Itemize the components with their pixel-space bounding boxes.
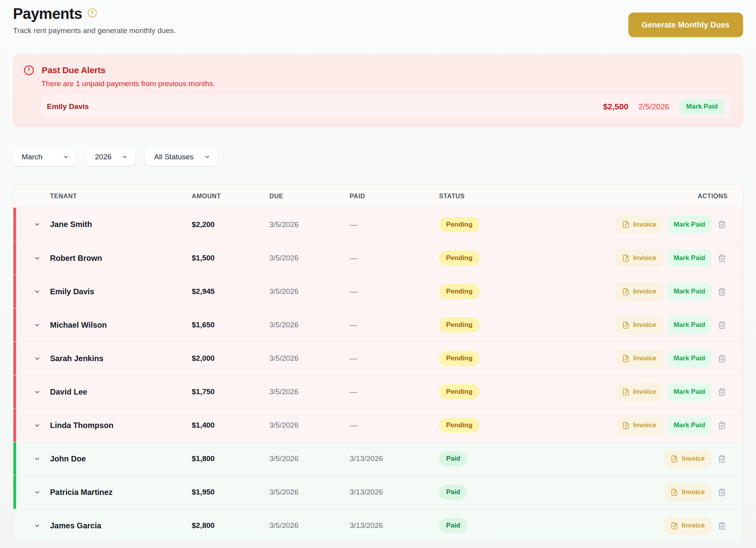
due-date: 3/5/2026 [269, 287, 350, 296]
alert-mark-paid-button[interactable]: Mark Paid [680, 99, 724, 114]
invoice-button[interactable]: Invoice [616, 316, 663, 334]
invoice-button[interactable]: Invoice [616, 283, 663, 301]
month-filter-select[interactable]: March [13, 148, 76, 166]
paid-date: — [350, 254, 439, 262]
row-expand-button[interactable] [30, 218, 44, 231]
table-row: John Doe $1,800 3/5/2026 3/13/2026 Paid … [13, 442, 743, 475]
past-due-date: 2/5/2026 [639, 102, 669, 111]
invoice-button-label: Invoice [682, 455, 705, 463]
table-row: James Garcia $2,800 3/5/2026 3/13/2026 P… [13, 509, 743, 542]
alert-title: Past Due Alerts [42, 65, 106, 76]
status-badge: Paid [439, 518, 467, 533]
delete-button[interactable] [716, 319, 728, 331]
delete-button[interactable] [716, 353, 728, 364]
actions-cell: Invoice [589, 517, 728, 535]
invoice-button[interactable]: Invoice [616, 249, 663, 267]
tenant-name: Jane Smith [50, 220, 192, 229]
mark-paid-button[interactable]: Mark Paid [668, 316, 711, 334]
row-expand-button[interactable] [30, 352, 44, 365]
status-cell: Pending [439, 384, 589, 399]
row-expand-button[interactable] [30, 285, 44, 298]
invoice-button[interactable]: Invoice [664, 450, 711, 468]
mark-paid-button[interactable]: Mark Paid [668, 417, 711, 434]
invoice-button-label: Invoice [682, 522, 705, 530]
status-cell: Pending [439, 351, 589, 366]
due-date: 3/5/2026 [269, 220, 350, 229]
tenant-name: Patricia Martinez [50, 488, 192, 497]
status-badge: Pending [439, 284, 480, 299]
row-expand-button[interactable] [30, 318, 44, 332]
invoice-button[interactable]: Invoice [664, 483, 711, 501]
row-status-stripe [13, 208, 16, 241]
chevron-down-icon [34, 355, 41, 362]
delete-button[interactable] [716, 219, 728, 230]
invoice-button[interactable]: Invoice [616, 350, 663, 367]
help-icon[interactable]: ? [88, 8, 97, 17]
chevron-down-icon [34, 456, 41, 462]
table-header-row: TENANT AMOUNT DUE PAID STATUS ACTIONS [13, 185, 743, 208]
delete-button[interactable] [716, 453, 728, 465]
payment-amount: $1,750 [192, 387, 269, 396]
chevron-down-icon [34, 522, 41, 529]
row-expand-button[interactable] [30, 485, 44, 499]
mark-paid-button[interactable]: Mark Paid [668, 350, 711, 367]
mark-paid-button[interactable]: Mark Paid [668, 283, 711, 301]
mark-paid-button[interactable]: Mark Paid [668, 383, 711, 401]
past-due-alert-panel: Past Due Alerts There are 1 unpaid payme… [13, 54, 743, 127]
mark-paid-button[interactable]: Mark Paid [668, 216, 711, 233]
delete-button[interactable] [716, 520, 728, 531]
invoice-button-label: Invoice [633, 288, 656, 295]
tenant-name: Linda Thompson [50, 421, 192, 430]
expand-cell [24, 385, 50, 399]
row-expand-button[interactable] [30, 385, 44, 399]
past-due-amount: $2,500 [603, 102, 628, 111]
tenant-name: Emily Davis [50, 287, 192, 296]
table-row: Robert Brown $1,500 3/5/2026 — Pending I… [13, 241, 743, 275]
page-header-left: Payments ? Track rent payments and gener… [13, 6, 176, 35]
delete-button[interactable] [716, 253, 728, 264]
year-filter-select[interactable]: 2026 [86, 148, 135, 166]
page-title: Payments [13, 6, 82, 22]
paid-date: 3/13/2026 [350, 488, 439, 496]
invoice-button[interactable]: Invoice [616, 417, 663, 434]
invoice-button[interactable]: Invoice [664, 517, 711, 535]
expand-cell [24, 285, 50, 298]
generate-monthly-dues-button[interactable]: Generate Monthly Dues [628, 13, 743, 37]
row-expand-button[interactable] [30, 452, 44, 465]
invoice-file-icon [622, 321, 630, 329]
tenant-name: James Garcia [50, 521, 192, 530]
column-header-amount: AMOUNT [192, 193, 269, 200]
paid-date: 3/13/2026 [350, 454, 439, 463]
paid-date: — [350, 287, 439, 296]
row-status-stripe [13, 375, 16, 408]
row-status-stripe [13, 242, 16, 275]
mark-paid-button[interactable]: Mark Paid [668, 249, 711, 267]
trash-icon [718, 455, 726, 463]
row-expand-button[interactable] [30, 419, 44, 432]
status-badge: Pending [439, 217, 480, 232]
expand-cell [24, 352, 50, 365]
actions-cell: Invoice Mark Paid [589, 283, 728, 301]
row-expand-button[interactable] [30, 251, 44, 265]
status-cell: Pending [439, 317, 589, 332]
actions-cell: Invoice Mark Paid [589, 216, 728, 233]
row-status-stripe [13, 442, 16, 475]
chevron-down-icon [34, 489, 41, 496]
trash-icon [718, 488, 726, 496]
invoice-file-icon [671, 489, 678, 496]
delete-button[interactable] [716, 420, 728, 431]
invoice-file-icon [622, 388, 630, 396]
chevron-down-icon [34, 255, 41, 262]
delete-button[interactable] [716, 386, 728, 398]
status-badge: Paid [439, 451, 467, 466]
invoice-button[interactable]: Invoice [616, 383, 663, 401]
delete-button[interactable] [716, 487, 728, 498]
row-expand-button[interactable] [30, 519, 44, 532]
invoice-button[interactable]: Invoice [616, 216, 663, 233]
delete-button[interactable] [716, 286, 728, 297]
chevron-down-icon [122, 154, 128, 160]
status-filter-select[interactable]: All Statuses [145, 148, 217, 166]
table-row: David Lee $1,750 3/5/2026 — Pending Invo… [13, 375, 743, 408]
column-header-due: DUE [269, 193, 350, 200]
table-row: Emily Davis $2,945 3/5/2026 — Pending In… [13, 275, 743, 308]
